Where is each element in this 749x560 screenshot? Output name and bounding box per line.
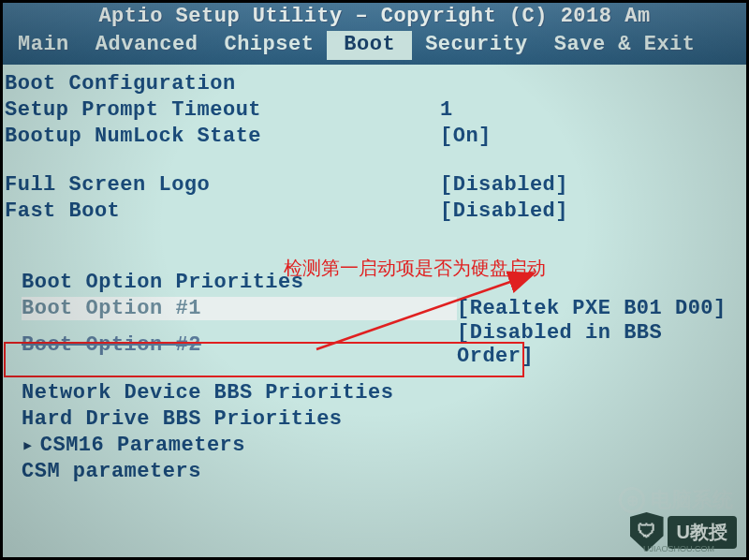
menu-chipset[interactable]: Chipset (211, 31, 327, 60)
watermark-2: 🛡 U教授 UJIAOSHOU.COM (630, 512, 737, 552)
menu-boot[interactable]: Boot (327, 31, 412, 60)
watermark-1: ⊕ 电脑系统 (619, 486, 733, 514)
harddrive-bbs-label: Hard Drive BBS Priorities (22, 407, 457, 431)
setup-prompt-timeout-label: Setup Prompt Timeout (5, 98, 440, 122)
network-bbs-label: Network Device BBS Priorities (22, 381, 457, 405)
section-header: Boot Configuration (5, 72, 440, 96)
menu-main[interactable]: Main (5, 31, 82, 60)
watermark-1-text: 电脑系统 (651, 486, 733, 514)
fullscreen-logo-value: [Disabled] (440, 173, 568, 197)
watermark-1-icon: ⊕ (619, 487, 645, 513)
csm-row[interactable]: CSM parameters (3, 458, 746, 484)
network-bbs-row[interactable]: Network Device BBS Priorities (3, 379, 746, 405)
fullscreen-logo-label: Full Screen Logo (5, 173, 440, 197)
boot-option-2-value: [Disabled in BBS Order] (457, 321, 746, 368)
annotation-text: 检测第一启动项是否为硬盘启动 (284, 256, 546, 281)
numlock-label: Bootup NumLock State (5, 125, 440, 148)
fast-boot-value: [Disabled] (440, 199, 568, 223)
setup-prompt-timeout-row[interactable]: Setup Prompt Timeout 1 (3, 96, 746, 123)
csm16-row[interactable]: ▸ CSM16 Parameters (3, 432, 746, 458)
fullscreen-logo-row[interactable]: Full Screen Logo [Disabled] (3, 171, 746, 198)
bios-title: Aptio Setup Utility – Copyright (C) 2018… (3, 5, 746, 28)
menu-bar: Main Advanced Chipset Boot Security Save… (3, 31, 746, 60)
numlock-row[interactable]: Bootup NumLock State [On] (3, 123, 746, 149)
csm16-label: CSM16 Parameters (40, 434, 245, 457)
menu-advanced[interactable]: Advanced (82, 31, 212, 60)
harddrive-bbs-row[interactable]: Hard Drive BBS Priorities (3, 405, 746, 432)
fast-boot-row[interactable]: Fast Boot [Disabled] (3, 198, 746, 224)
numlock-value: [On] (440, 125, 492, 148)
fast-boot-label: Fast Boot (5, 199, 440, 223)
csm-label: CSM parameters (22, 460, 457, 483)
submenu-arrow-icon: ▸ (22, 433, 35, 458)
boot-option-2-row[interactable]: Boot Option #2 [Disabled in BBS Order] (3, 321, 746, 368)
boot-option-1-label: Boot Option #1 (22, 297, 457, 320)
menu-save-exit[interactable]: Save & Exit (541, 31, 709, 60)
boot-option-1-row[interactable]: Boot Option #1 [Realtek PXE B01 D00] (3, 295, 746, 321)
boot-option-1-value: [Realtek PXE B01 D00] (457, 297, 727, 320)
watermark-2-sub: UJIAOSHOU.COM (643, 544, 714, 553)
boot-option-2-label: Boot Option #2 (22, 333, 457, 357)
setup-prompt-timeout-value: 1 (440, 98, 453, 122)
menu-security[interactable]: Security (412, 31, 541, 60)
